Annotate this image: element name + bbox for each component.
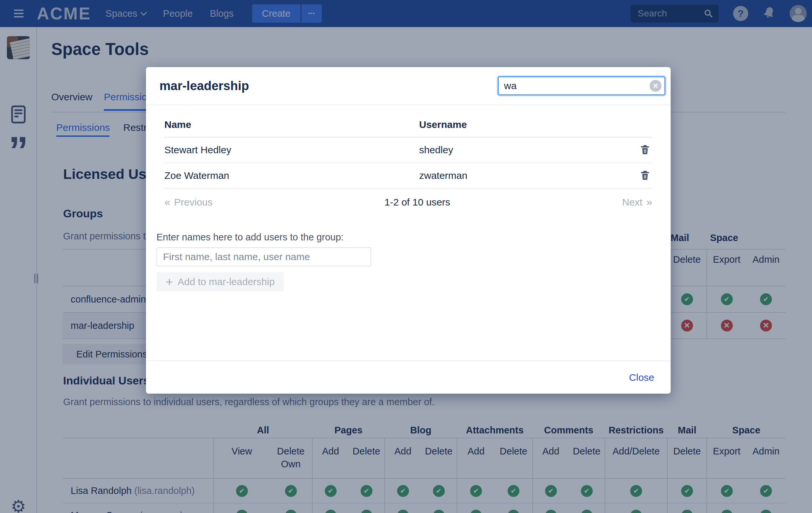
pagination-status: 1-2 of 10 users [213, 197, 622, 208]
pagination: Previous 1-2 of 10 users Next [164, 196, 652, 208]
close-button[interactable]: Close [627, 372, 656, 383]
previous-icon [164, 196, 170, 208]
add-users-input[interactable] [156, 247, 371, 266]
member-filter-input[interactable] [498, 76, 665, 95]
trash-icon [639, 169, 651, 181]
remove-member-button[interactable] [638, 168, 652, 183]
add-users-section: Enter names here to add users to the gro… [156, 232, 652, 291]
dialog-footer: Close [146, 361, 671, 394]
member-filter [498, 76, 665, 95]
member-username: zwaterman [419, 163, 629, 189]
clear-filter-button[interactable] [649, 80, 661, 92]
member-name: Stewart Hedley [164, 137, 419, 163]
screen: ACME SpacesPeopleBlogs Create Space Tool… [0, 0, 812, 513]
previous-button[interactable]: Previous [164, 196, 213, 208]
group-members-dialog: mar-leadership Name Username Stewart Hed… [146, 67, 671, 394]
member-row: Stewart Hedleyshedley [164, 137, 652, 163]
dialog-title: mar-leadership [160, 79, 249, 93]
trash-icon [639, 144, 651, 155]
remove-member-button[interactable] [638, 142, 652, 158]
next-icon [646, 196, 652, 208]
clear-icon [653, 81, 658, 90]
member-row: Zoe Watermanzwaterman [164, 163, 652, 189]
members-col-name: Name [164, 119, 419, 137]
next-button[interactable]: Next [622, 196, 652, 208]
members-col-username: Username [419, 119, 629, 137]
plus-icon [166, 276, 173, 288]
member-name: Zoe Waterman [164, 163, 419, 189]
add-to-group-button[interactable]: Add to mar-leadership [156, 272, 284, 291]
add-users-label: Enter names here to add users to the gro… [156, 232, 652, 243]
member-username: shedley [419, 137, 629, 163]
dialog-header: mar-leadership [146, 67, 671, 105]
members-table: Name Username Stewart HedleyshedleyZoe W… [164, 119, 652, 189]
